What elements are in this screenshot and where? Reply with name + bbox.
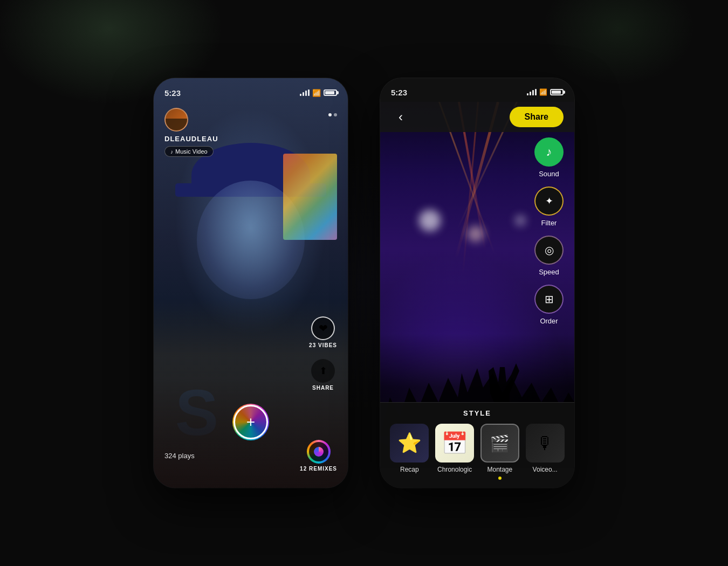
remixes-button[interactable]: 12 REMIXES [300,440,337,472]
order-icon: ⊞ [545,293,554,306]
speed-label: Speed [539,268,559,276]
right-signal-icon [527,89,537,95]
order-label: Order [540,317,558,325]
orb-2 [468,226,484,242]
recap-label: Recap [400,466,419,473]
voice-label: Voiceo... [533,466,558,473]
order-tool[interactable]: ⊞ Order [534,285,564,325]
filter-tool[interactable]: ✦ Filter [534,187,564,227]
montage-item[interactable]: 🎬 Montage [479,424,521,480]
vibes-button[interactable]: ❤ 23 VIBES [309,316,337,348]
plays-count: 324 plays [164,452,195,460]
music-note-icon: ♪ [170,149,173,155]
style-header: STYLE [380,403,574,424]
battery-fill [325,91,334,94]
music-badge[interactable]: ♪ Music Video [164,146,214,157]
recap-thumb: ⭐ [390,424,429,463]
chrono-label: Chronologic [437,466,472,473]
style-items: ⭐ Recap 📅 Chronologic 🎬 Montage [380,424,574,488]
right-status-bar: 5:23 📶 [380,78,574,102]
orb-1 [419,210,441,231]
speed-tool[interactable]: ◎ Speed [534,236,564,276]
recap-item[interactable]: ⭐ Recap [388,424,431,480]
orb-3 [515,215,526,226]
status-time: 5:23 [164,88,181,98]
wifi-icon: 📶 [312,89,321,97]
avatar [164,108,188,132]
right-phone: 5:23 📶 ‹ Share [380,78,574,488]
app-container: S 5:23 📶 [154,78,574,488]
tools-sidebar: ♪ Sound ✦ Filter ◎ Speed [534,137,564,330]
profile-area: DLEAUDLEAU ♪ Music Video [164,108,218,157]
status-bar: 5:23 📶 [154,78,348,102]
share-pill-button[interactable]: Share [510,107,564,127]
back-button[interactable]: ‹ [391,107,410,127]
username[interactable]: DLEAUDLEAU [164,135,218,143]
rainbow-inner [309,442,328,461]
left-phone: S 5:23 📶 [154,78,348,488]
calendar-icon: 📅 [441,431,468,456]
chrono-thumb: 📅 [435,424,474,463]
sound-icon: ♪ [546,145,552,159]
plus-inner: + [233,405,268,439]
share-icon: ⬆ [311,359,335,383]
dot-2 [334,113,337,116]
right-battery-icon [550,89,564,95]
voiceover-item[interactable]: 🎙 Voiceo... [524,424,566,480]
remixes-label: 12 REMIXES [300,466,337,472]
battery-icon [324,89,337,96]
share-pill-label: Share [525,112,548,121]
voice-thumb: 🎙 [526,424,565,463]
right-screen: 5:23 📶 ‹ Share [380,78,574,488]
dot-1 [328,113,332,116]
rainbow-dot [314,447,324,457]
rainbow-circle [307,440,331,464]
vibes-count: 23 VIBES [309,342,337,348]
right-wifi-icon: 📶 [539,88,547,96]
speed-icon: ◎ [545,244,554,257]
right-status-icons: 📶 [527,88,564,96]
nav-bar: ‹ Share [380,102,574,132]
style-section: STYLE ⭐ Recap 📅 Chronologic 🎬 M [380,402,574,488]
share-button[interactable]: ⬆ SHARE [311,359,335,391]
order-circle: ⊞ [534,285,564,314]
bottom-stats: 324 plays 12 REMIXES [164,440,337,472]
filter-label: Filter [541,219,557,227]
art-background [283,154,337,240]
sound-circle: ♪ [534,137,564,167]
sound-label: Sound [539,170,559,178]
plus-button[interactable]: + [233,405,268,439]
filter-icon: ✦ [545,195,553,207]
action-buttons: ❤ 23 VIBES ⬆ SHARE [309,316,337,391]
music-label: Music Video [175,148,208,155]
status-icons: 📶 [300,89,337,97]
plus-icon: + [246,415,255,430]
dots-indicator [328,113,337,116]
speed-circle: ◎ [534,236,564,265]
sound-tool[interactable]: ♪ Sound [534,137,564,178]
signal-icon [300,89,310,96]
right-status-time: 5:23 [391,88,407,97]
heart-icon: ❤ [311,316,335,340]
chronologic-item[interactable]: 📅 Chronologic [434,424,476,480]
montage-thumb: 🎬 [480,424,519,463]
active-dot [498,477,502,480]
montage-label: Montage [487,466,513,473]
left-screen: S 5:23 📶 [154,78,348,488]
filter-circle: ✦ [534,187,564,216]
share-label: SHARE [312,385,334,391]
